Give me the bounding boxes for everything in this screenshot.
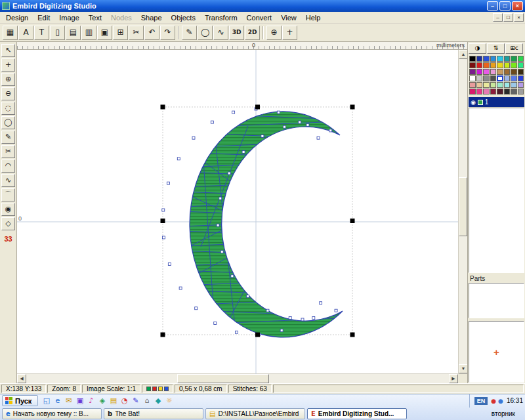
palette-color-8[interactable] [469, 62, 476, 68]
palette-color-4[interactable] [497, 56, 503, 62]
start-button[interactable]: Пуск [2, 395, 38, 406]
edit-node[interactable] [214, 322, 217, 325]
palette-color-14[interactable] [511, 62, 517, 68]
vertical-scrollbar[interactable]: ▲ ▼ [458, 50, 467, 373]
ellipse-tool[interactable]: ◯ [1, 116, 15, 129]
scroll-left-button[interactable]: ◀ [17, 374, 26, 383]
edit-node[interactable] [320, 302, 322, 304]
app-icon-5[interactable]: ☼ [163, 396, 175, 406]
vertical-scroll-thumb[interactable] [459, 177, 467, 236]
edit-node[interactable] [301, 318, 304, 321]
edit-node[interactable] [261, 135, 264, 137]
menu-objects[interactable]: Objects [167, 12, 200, 23]
taskbar-task-3[interactable]: EEmbird Digitizing Stud... [307, 408, 407, 419]
scroll-up-button[interactable]: ▲ [459, 50, 468, 59]
internet-explorer-icon[interactable]: e [52, 396, 63, 406]
edit-node[interactable] [289, 317, 291, 320]
selection-handle[interactable] [350, 333, 355, 337]
edit-node[interactable] [242, 151, 245, 154]
edit-node[interactable] [177, 158, 180, 160]
palette-color-32[interactable] [469, 82, 476, 88]
lettering-button[interactable]: A [18, 26, 33, 40]
wave-tool[interactable]: ∿ [1, 174, 15, 187]
scroll-down-button[interactable]: ▼ [459, 364, 468, 373]
edit-node[interactable] [195, 307, 198, 310]
menu-help[interactable]: Help [301, 12, 326, 23]
edit-node[interactable] [283, 125, 285, 128]
zoom-in-tool[interactable]: ⊕ [1, 73, 15, 86]
parts-list[interactable] [469, 283, 524, 318]
palette-color-30[interactable] [511, 75, 517, 81]
palette-color-13[interactable] [504, 62, 511, 68]
palette-color-26[interactable] [483, 75, 490, 81]
app-icon-2[interactable]: ◈ [96, 396, 108, 406]
edit-node[interactable] [228, 172, 230, 175]
pen-tool[interactable]: ✎ [1, 131, 15, 144]
palette-color-25[interactable] [476, 75, 483, 81]
palette-color-28[interactable] [497, 75, 503, 81]
taskbar-task-1[interactable]: bThe Bat! [104, 408, 203, 419]
palette-color-22[interactable] [511, 69, 517, 75]
palette-color-21[interactable] [504, 69, 511, 75]
palette-color-1[interactable] [476, 56, 483, 62]
edit-node[interactable] [299, 121, 301, 123]
palette-color-34[interactable] [483, 82, 490, 88]
paste-button[interactable]: ⊞ [113, 26, 128, 40]
zoom-out-tool[interactable]: ⊖ [1, 87, 15, 100]
center-marker-button[interactable]: + [282, 26, 297, 40]
palette-color-7[interactable] [518, 56, 524, 62]
node-edit-tool[interactable]: + [1, 58, 15, 72]
palette-color-36[interactable] [497, 82, 503, 88]
view-2d-button[interactable]: 2D [245, 26, 260, 40]
edit-node[interactable] [329, 129, 332, 132]
taskbar-task-0[interactable]: eНачать новую тему :: В... [2, 408, 102, 419]
palette-color-35[interactable] [490, 82, 497, 88]
shape-tool[interactable]: ◇ [1, 217, 15, 230]
mdi-minimize-button[interactable]: – [493, 13, 503, 22]
open-file-button[interactable]: ▤ [66, 26, 81, 40]
palette-color-37[interactable] [504, 82, 511, 88]
palette-color-44[interactable] [497, 89, 503, 94]
tray-clock[interactable]: 16:31 [507, 397, 523, 404]
outline-tool[interactable]: ◉ [1, 203, 15, 216]
editor-icon[interactable]: ✎ [130, 396, 141, 406]
thread-catalog-button[interactable]: ◑ [469, 43, 486, 54]
cut-button[interactable]: ✂ [129, 26, 144, 40]
language-indicator[interactable]: EN [474, 397, 488, 405]
palette-color-16[interactable] [469, 69, 476, 75]
menu-convert[interactable]: Convert [242, 12, 277, 23]
palette-color-27[interactable] [490, 75, 497, 81]
edit-node[interactable] [266, 309, 269, 312]
palette-color-18[interactable] [483, 69, 490, 75]
ellipse-object-button[interactable]: ◯ [198, 26, 213, 40]
menu-shape[interactable]: Shape [136, 12, 167, 23]
color-mode-button[interactable]: ⊞c [505, 43, 523, 54]
mdi-restore-button[interactable]: □ [503, 13, 513, 22]
edit-node[interactable] [235, 331, 238, 333]
palette-color-0[interactable] [469, 56, 476, 62]
freehand-tool[interactable]: ◌ [1, 102, 15, 115]
selection-handle[interactable] [161, 219, 165, 223]
edit-node[interactable] [306, 123, 309, 126]
object-list-selected-row[interactable]: ◉ 1 [469, 97, 524, 107]
scroll-right-button[interactable]: ▶ [449, 374, 458, 383]
visibility-eye-icon[interactable]: ◉ [471, 99, 476, 106]
edit-node[interactable] [277, 111, 280, 114]
palette-color-5[interactable] [504, 56, 511, 62]
mdi-close-button[interactable]: × [514, 13, 524, 22]
palette-color-43[interactable] [490, 89, 497, 94]
edit-node[interactable] [192, 136, 195, 139]
mail-icon[interactable]: ✉ [63, 396, 74, 406]
palette-color-11[interactable] [490, 62, 497, 68]
redo-button[interactable]: ↷ [160, 26, 175, 40]
palette-color-47[interactable] [518, 89, 524, 94]
palette-color-45[interactable] [504, 89, 511, 94]
design-grid-button[interactable]: ▦ [3, 26, 18, 40]
palette-color-42[interactable] [483, 89, 490, 94]
selection-handle[interactable] [161, 333, 165, 337]
select-tool[interactable]: ↖ [1, 44, 15, 57]
selection-handle[interactable] [350, 219, 355, 223]
tray-icon-blue[interactable]: ● [498, 398, 503, 404]
selection-handle[interactable] [350, 105, 355, 110]
palette-color-24[interactable] [469, 75, 476, 81]
